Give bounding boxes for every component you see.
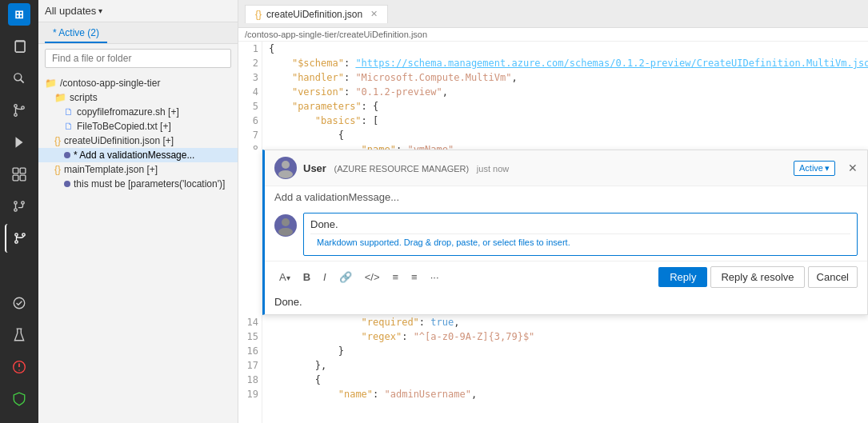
- tree-item-maintemplate[interactable]: {} mainTemplate.json [+]: [38, 162, 238, 177]
- tree-label-location: this must be [parameters('location')]: [74, 178, 225, 190]
- code-line-6: "basics": [: [269, 114, 862, 128]
- code-line-14: "required": true,: [269, 315, 862, 329]
- svg-point-21: [278, 228, 293, 236]
- editor-tabs: {} createUiDefinition.json ✕: [238, 0, 868, 28]
- code-line-19: "name": "adminUsername",: [269, 387, 862, 401]
- code-line-7: {: [269, 128, 862, 142]
- error-icon[interactable]: [5, 353, 34, 381]
- run-debug-icon[interactable]: [5, 128, 34, 157]
- reply-box[interactable]: Done. Markdown supported. Drag & drop, p…: [303, 213, 858, 256]
- tree-item-createui[interactable]: {} createUiDefinition.json [+]: [38, 134, 238, 148]
- reply-resolve-button[interactable]: Reply & resolve: [710, 266, 804, 288]
- search-input[interactable]: [45, 49, 231, 68]
- tree-item-copy[interactable]: 🗋 copyfilefromazure.sh [+]: [38, 105, 238, 119]
- svg-point-14: [15, 241, 18, 243]
- bold-button[interactable]: B: [298, 269, 315, 285]
- all-updates-label: All updates: [45, 5, 96, 17]
- file-icon-copy: 🗋: [64, 106, 74, 118]
- tab-label: createUiDefinition.json: [266, 9, 362, 20]
- line-numbers-top: 12345 678910 111213: [238, 42, 262, 150]
- svg-point-0: [14, 74, 22, 81]
- extensions-icon[interactable]: [5, 160, 34, 189]
- reply-input[interactable]: Done.: [310, 218, 850, 230]
- editor-tab-createui[interactable]: {} createUiDefinition.json ✕: [245, 5, 388, 23]
- explorer-icon[interactable]: [5, 32, 34, 61]
- svg-marker-5: [16, 137, 23, 148]
- format-icon: A: [279, 271, 286, 283]
- git-changes-icon2[interactable]: [5, 289, 34, 317]
- done-text: Done.: [265, 293, 867, 314]
- active-chevron: ▾: [825, 163, 830, 174]
- comment-header: User (AZURE RESOURCE MANAGER) just now A…: [265, 150, 867, 186]
- tree-item-scripts[interactable]: 📁 scripts: [38, 90, 238, 105]
- editor-content: 12345 678910 111213 { "$schema": "https:…: [238, 42, 868, 423]
- comment-close-icon[interactable]: ✕: [848, 162, 858, 174]
- shield-icon[interactable]: [5, 385, 34, 413]
- svg-point-3: [14, 114, 17, 116]
- source-control-icon[interactable]: [5, 96, 34, 125]
- tree-item-location[interactable]: this must be [parameters('location')]: [38, 177, 238, 191]
- tree-label-root: /contoso-app-single-tier: [60, 78, 160, 89]
- comment-body: Add a validationMessage...: [274, 191, 399, 203]
- folder-icon: 📁: [45, 78, 57, 89]
- link-button[interactable]: 🔗: [334, 269, 357, 285]
- search-icon[interactable]: [5, 64, 34, 93]
- svg-point-4: [22, 106, 24, 109]
- flask-icon[interactable]: [5, 321, 34, 349]
- reply-button[interactable]: Reply: [658, 267, 707, 287]
- git-pr-icon[interactable]: [5, 192, 34, 221]
- list1-button[interactable]: ≡: [387, 269, 403, 285]
- code-lines-top: { "$schema": "https://schema.management.…: [262, 42, 868, 150]
- brand-icon[interactable]: ⊞: [8, 3, 30, 26]
- tab-close-icon[interactable]: ✕: [370, 9, 378, 19]
- active-label: Active: [799, 163, 823, 173]
- more-icon: ···: [430, 271, 439, 283]
- code-line-4: "version": "0.1.2-preview",: [269, 85, 862, 99]
- activity-bar: ⊞: [0, 0, 38, 423]
- tab-active[interactable]: * Active (2): [45, 24, 107, 43]
- format-button[interactable]: A▾: [274, 269, 295, 285]
- code-button[interactable]: </>: [360, 269, 385, 285]
- list1-icon: ≡: [392, 271, 398, 283]
- cancel-label: Cancel: [817, 271, 849, 283]
- svg-rect-6: [13, 168, 18, 174]
- list2-icon: ≡: [411, 271, 418, 283]
- activity-bar-top: ⊞: [5, 3, 34, 289]
- code-line-8: "name": "vmName",: [269, 142, 862, 150]
- svg-point-11: [14, 209, 17, 211]
- code-line-3: "handler": "Microsoft.Compute.MultiVm",: [269, 70, 862, 85]
- svg-point-16: [14, 297, 25, 309]
- italic-button[interactable]: I: [318, 269, 331, 285]
- more-button[interactable]: ···: [426, 269, 444, 285]
- branches-icon[interactable]: [5, 224, 34, 253]
- reply-label: Reply: [670, 271, 696, 283]
- svg-point-18: [282, 161, 290, 169]
- list2-button[interactable]: ≡: [406, 269, 422, 285]
- tree-item-filetobe[interactable]: 🗋 FileToBeCopied.txt [+]: [38, 119, 238, 134]
- file-icon-filetobe: 🗋: [64, 121, 74, 132]
- link-icon: 🔗: [339, 271, 352, 283]
- cancel-button[interactable]: Cancel: [808, 266, 858, 288]
- tree-label-copy: copyfilefromazure.sh [+]: [77, 106, 179, 118]
- json-icon-maintemplate: {}: [54, 164, 61, 175]
- done-label: Done.: [274, 296, 302, 308]
- comment-text: Add a validationMessage...: [265, 186, 867, 208]
- tree-item-root[interactable]: 📁 /contoso-app-single-tier: [38, 76, 238, 90]
- dropdown-chevron: ▾: [98, 6, 102, 15]
- comment-user: User: [303, 162, 326, 174]
- all-updates-dropdown[interactable]: All updates ▾: [45, 5, 102, 17]
- comment-role: (AZURE RESOURCE MANAGER): [334, 164, 470, 174]
- code-line-18: {: [269, 373, 862, 387]
- comment-dot-location: [64, 181, 70, 187]
- svg-rect-7: [20, 168, 26, 174]
- file-tree: 📁 /contoso-app-single-tier 📁 scripts 🗋 c…: [38, 73, 238, 423]
- tree-label-createui: createUiDefinition.json [+]: [64, 135, 174, 146]
- tree-label-filetobe: FileToBeCopied.txt [+]: [77, 121, 171, 132]
- reply-resolve-label: Reply & resolve: [721, 271, 794, 283]
- comment-active-dropdown[interactable]: Active ▾: [794, 161, 835, 176]
- code-top: 12345 678910 111213 { "$schema": "https:…: [238, 42, 868, 150]
- breadcrumb: /contoso-app-single-tier/createUiDefinit…: [238, 28, 868, 42]
- tree-item-addval[interactable]: * Add a validationMessage...: [38, 148, 238, 162]
- svg-rect-8: [13, 175, 18, 181]
- format-chevron: ▾: [286, 273, 290, 282]
